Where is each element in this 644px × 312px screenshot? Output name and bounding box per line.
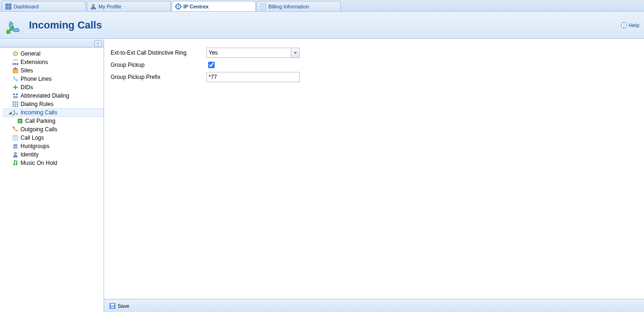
outgoing-call-icon	[12, 126, 19, 133]
sidebar-item-incoming-calls[interactable]: ◢ Incoming Calls	[3, 108, 104, 117]
svg-point-25	[14, 86, 16, 88]
distinctive-ring-combo[interactable]	[206, 48, 300, 58]
svg-rect-34	[17, 104, 18, 105]
distinctive-ring-input[interactable]	[207, 48, 291, 57]
sidebar-item-label: Outgoing Calls	[21, 126, 57, 133]
incoming-calls-icon	[5, 15, 25, 35]
group-pickup-prefix-label: Group Pickup Prefix	[111, 74, 206, 80]
sidebar-item-identity[interactable]: Identity	[3, 150, 104, 159]
svg-rect-36	[15, 106, 16, 107]
sidebar-item-dids[interactable]: DIDs	[3, 83, 104, 92]
svg-rect-1	[9, 4, 11, 6]
sidebar-item-label: Abbreviated Dialing	[21, 92, 69, 99]
tab-billing-information[interactable]: Billing Information	[257, 1, 341, 11]
tab-label: IP Centrex	[183, 4, 209, 9]
page-header: Incoming Calls ? Help	[0, 12, 644, 39]
sidebar-item-general[interactable]: General	[3, 50, 104, 58]
svg-text:?: ?	[623, 23, 625, 28]
gear-icon	[175, 3, 182, 10]
svg-point-4	[92, 4, 95, 7]
sidebar-item-label: DIDs	[21, 84, 33, 91]
svg-rect-31	[17, 101, 18, 103]
form-area: Ext-to-Ext Call Distinctive Ring Group P…	[104, 39, 644, 299]
svg-rect-33	[15, 104, 16, 105]
tab-dashboard[interactable]: Dashboard	[2, 1, 86, 11]
svg-rect-2	[6, 7, 8, 9]
group-pickup-checkbox[interactable]	[208, 62, 215, 68]
help-link[interactable]: ? Help	[621, 22, 639, 28]
page-title: Incoming Calls	[29, 19, 102, 31]
bottom-toolbar: Save	[104, 299, 644, 312]
tab-ip-centrex[interactable]: IP Centrex	[172, 1, 256, 11]
expand-toggle-icon[interactable]: ◢	[7, 110, 12, 115]
svg-point-48	[15, 163, 17, 165]
group-icon	[12, 143, 19, 149]
billing-icon	[260, 3, 266, 10]
sidebar-item-abbreviated-dialing[interactable]: Abbreviated Dialing	[3, 92, 104, 100]
field-group-pickup-prefix: Group Pickup Prefix	[111, 71, 637, 83]
group-pickup-prefix-input[interactable]	[206, 72, 300, 82]
abbrev-dial-icon	[12, 92, 19, 99]
svg-rect-29	[13, 101, 14, 103]
svg-rect-40	[13, 135, 18, 140]
main-tabs: Dashboard My Profile IP Centrex Billing …	[0, 0, 644, 12]
sidebar-item-phone-lines[interactable]: Phone Lines	[3, 75, 104, 83]
svg-point-19	[15, 53, 16, 54]
tab-my-profile[interactable]: My Profile	[87, 1, 171, 11]
sidebar-collapse-bar: «	[0, 39, 104, 48]
svg-marker-49	[294, 52, 296, 54]
save-label: Save	[118, 303, 129, 309]
sidebar-item-call-logs[interactable]: Call Logs	[3, 134, 104, 142]
music-icon	[12, 160, 19, 166]
sidebar-item-label: Call Logs	[21, 135, 44, 141]
sidebar-item-music-on-hold[interactable]: Music On Hold	[3, 159, 104, 167]
svg-rect-23	[13, 69, 18, 73]
sidebar-item-outgoing-calls[interactable]: Outgoing Calls	[3, 125, 104, 134]
collapse-sidebar-button[interactable]: «	[94, 40, 102, 47]
svg-point-46	[14, 152, 17, 155]
save-button[interactable]: Save	[107, 301, 133, 311]
save-icon	[109, 303, 116, 309]
distinctive-ring-label: Ext-to-Ext Call Distinctive Ring	[111, 50, 206, 56]
app-root: Dashboard My Profile IP Centrex Billing …	[0, 0, 644, 312]
main-panel: Ext-to-Ext Call Distinctive Ring Group P…	[104, 39, 644, 312]
svg-rect-0	[6, 4, 8, 6]
svg-rect-51	[111, 304, 114, 305]
svg-rect-52	[111, 306, 114, 308]
svg-point-44	[15, 144, 17, 146]
chevron-left-double-icon: «	[97, 41, 99, 46]
chevron-down-icon[interactable]	[291, 48, 299, 57]
sidebar-item-label: Extensions	[21, 59, 48, 65]
parking-icon: P	[17, 118, 23, 124]
sidebar-item-label: Music On Hold	[21, 160, 57, 166]
svg-point-47	[13, 163, 15, 165]
incoming-call-icon	[12, 109, 19, 116]
dashboard-icon	[5, 3, 12, 10]
sidebar-item-dialing-rules[interactable]: Dialing Rules	[3, 100, 104, 108]
group-pickup-label: Group Pickup	[111, 62, 206, 68]
svg-rect-20	[13, 63, 14, 65]
sidebar-item-extensions[interactable]: Extensions	[3, 58, 104, 66]
sidebar-item-label: Identity	[21, 151, 39, 158]
extensions-icon	[12, 59, 19, 65]
svg-rect-22	[17, 63, 18, 65]
svg-rect-28	[13, 96, 18, 98]
tab-label: My Profile	[98, 4, 121, 9]
sidebar-item-sites[interactable]: Sites	[3, 66, 104, 75]
sidebar-item-huntgroups[interactable]: Huntgroups	[3, 142, 104, 150]
log-icon	[12, 135, 19, 141]
field-group-pickup: Group Pickup	[111, 59, 637, 71]
sidebar-item-label: Incoming Calls	[21, 109, 57, 116]
user-icon	[90, 3, 97, 10]
svg-point-6	[178, 6, 179, 7]
dids-icon	[12, 84, 19, 91]
sidebar-item-label: Phone Lines	[21, 76, 52, 82]
tab-label: Dashboard	[14, 4, 39, 9]
body: « General Extensions Sites	[0, 39, 644, 312]
svg-rect-45	[13, 147, 18, 149]
svg-rect-30	[15, 101, 16, 103]
identity-icon	[12, 151, 19, 158]
sidebar-item-label: Sites	[21, 67, 33, 74]
sidebar-item-call-parking[interactable]: P Call Parking	[3, 117, 104, 125]
svg-marker-24	[13, 67, 18, 69]
